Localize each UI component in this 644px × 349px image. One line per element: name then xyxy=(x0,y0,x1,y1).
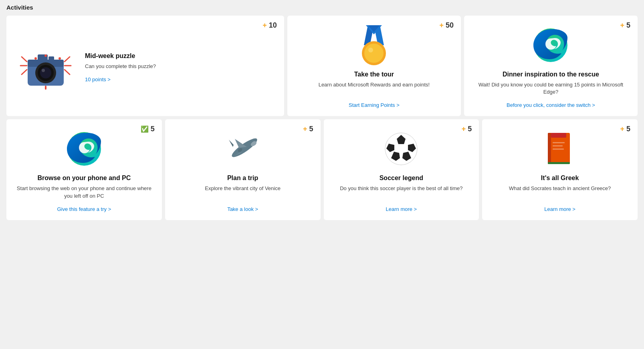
points-badge-soccer: + 5 xyxy=(462,125,472,133)
card-puzzle: + 10 xyxy=(6,16,284,116)
svg-line-9 xyxy=(65,70,70,74)
svg-rect-39 xyxy=(551,133,566,138)
trip-link[interactable]: Take a look > xyxy=(227,200,258,212)
points-badge-trip: + 5 xyxy=(303,125,313,133)
book-icon xyxy=(540,129,580,169)
medal-icon xyxy=(354,25,394,65)
puzzle-link[interactable]: 10 points > xyxy=(85,70,273,82)
svg-point-13 xyxy=(42,69,45,72)
points-badge-dinner: + 5 xyxy=(620,21,630,30)
points-badge-browse: ✅ 5 xyxy=(141,125,155,133)
svg-line-4 xyxy=(22,57,27,62)
trip-desc: Explore the vibrant city of Venice xyxy=(205,185,281,199)
card-soccer: + 5 Soccer legend Do you think this socc… xyxy=(324,119,479,220)
svg-rect-14 xyxy=(45,86,46,90)
tour-desc: Learn about Microsoft Rewards and earn p… xyxy=(319,81,430,96)
activities-row2: ✅ 5 Browse on your xyxy=(6,119,638,220)
soccer-icon xyxy=(381,129,421,169)
tour-title: Take the tour xyxy=(354,71,394,78)
svg-point-16 xyxy=(59,57,61,60)
dinner-desc: Wait! Did you know you could be earning … xyxy=(472,81,630,96)
svg-line-7 xyxy=(65,57,70,62)
plane-icon xyxy=(223,129,263,169)
soccer-title: Soccer legend xyxy=(380,174,423,182)
card-browse: ✅ 5 Browse on your xyxy=(6,119,162,220)
card-dinner: + 5 Dinner inspirat xyxy=(464,16,638,116)
tour-link[interactable]: Start Earning Points > xyxy=(349,96,400,108)
trip-title: Plan a trip xyxy=(227,174,258,182)
camera-icon xyxy=(18,40,74,96)
greek-title: It's all Greek xyxy=(541,174,579,182)
greek-desc: What did Socrates teach in ancient Greec… xyxy=(509,185,611,199)
svg-point-12 xyxy=(40,67,51,78)
svg-rect-40 xyxy=(553,142,565,143)
activities-row1: + 10 xyxy=(6,16,638,116)
svg-point-24 xyxy=(368,48,373,52)
browse-title: Browse on your phone and PC xyxy=(37,174,131,182)
points-badge-tour: + 50 xyxy=(439,21,454,30)
soccer-link[interactable]: Learn more > xyxy=(386,200,417,212)
card-tour: + 50 Take the tour Learn about Microsoft… xyxy=(287,16,461,116)
page-title: Activities xyxy=(6,4,638,11)
svg-point-23 xyxy=(364,44,384,63)
svg-rect-38 xyxy=(548,133,551,164)
svg-rect-3 xyxy=(48,56,54,60)
svg-line-6 xyxy=(22,70,27,74)
points-badge-puzzle: + 10 xyxy=(262,21,277,30)
points-badge-greek: + 5 xyxy=(620,125,630,133)
edge-small-icon xyxy=(64,129,104,169)
puzzle-body: Mid-week puzzle Can you complete this pu… xyxy=(74,52,273,82)
svg-point-15 xyxy=(34,57,37,60)
dinner-title: Dinner inspiration to the rescue xyxy=(503,71,599,78)
browse-desc: Start browsing the web on your phone and… xyxy=(14,185,154,199)
dinner-link[interactable]: Before you click, consider the switch > xyxy=(507,96,595,108)
svg-rect-43 xyxy=(548,162,570,164)
svg-rect-41 xyxy=(553,145,563,146)
greek-link[interactable]: Learn more > xyxy=(544,200,575,212)
card-greek: + 5 It's all Greek What did Socrates tea… xyxy=(482,119,638,220)
svg-point-17 xyxy=(44,54,47,57)
edge-icon xyxy=(531,25,571,65)
card-trip: + 5 Plan a trip Explore the vibrant city… xyxy=(165,119,321,220)
soccer-desc: Do you think this soccer player is the b… xyxy=(340,185,462,199)
puzzle-desc: Can you complete this puzzle? xyxy=(85,63,273,70)
puzzle-title: Mid-week puzzle xyxy=(85,52,273,60)
svg-rect-42 xyxy=(553,148,564,150)
browse-link[interactable]: Give this feature a try > xyxy=(57,200,111,212)
